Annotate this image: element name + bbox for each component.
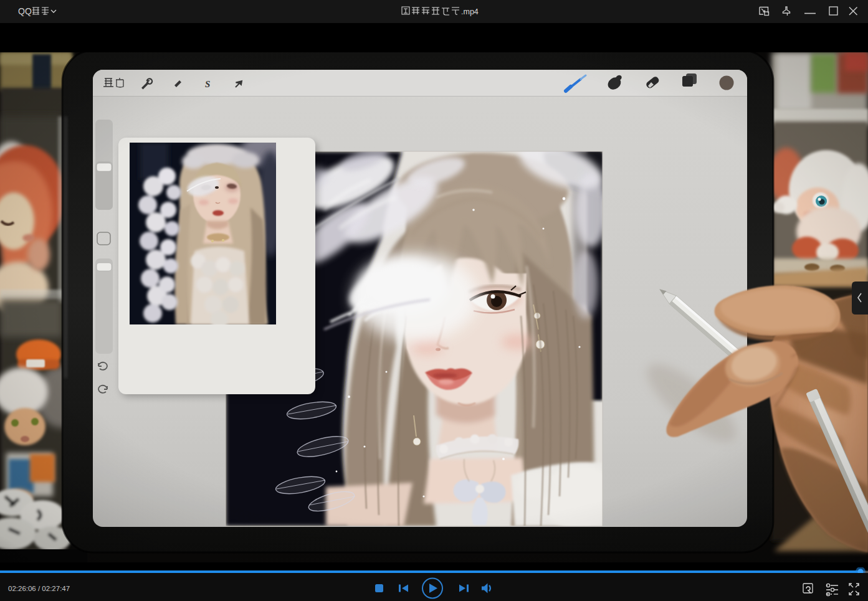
svg-text:QQ: QQ (18, 6, 32, 16)
svg-text:02:26:06 / 02:27:47: 02:26:06 / 02:27:47 (8, 585, 70, 592)
svg-text:.mp4: .mp4 (461, 7, 479, 16)
